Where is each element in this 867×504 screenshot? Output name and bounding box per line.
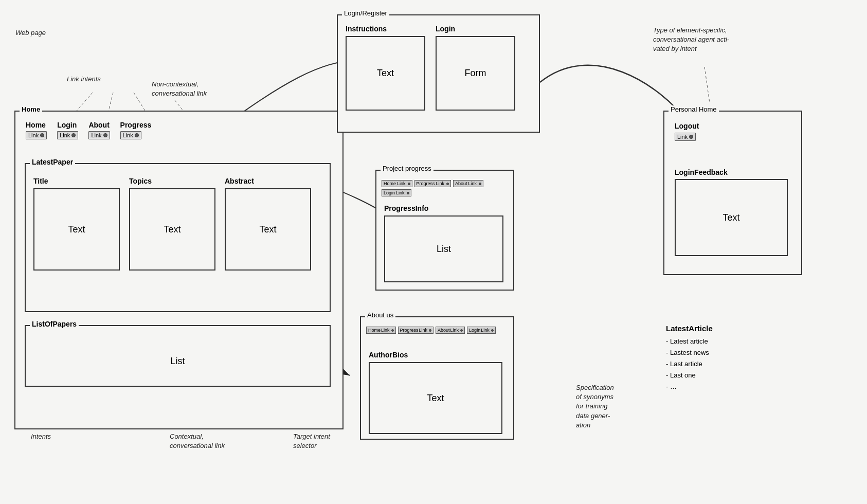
home-nav-home: Home Link <box>26 121 47 139</box>
login-feedback-section: LoginFeedback Text <box>675 168 788 256</box>
abstract-column: Abstract Text <box>225 177 311 271</box>
au-progress-dot <box>429 329 431 332</box>
instructions-text-box: Text <box>346 36 425 111</box>
au-progress-link[interactable]: Progress Link <box>398 327 434 334</box>
about-link-element[interactable]: Link <box>88 131 110 139</box>
au-about-dot <box>460 329 463 332</box>
pp-home-link-label: Home <box>384 181 396 186</box>
au-about-label: About <box>438 328 450 333</box>
title-col-label: Title <box>33 177 48 185</box>
login-feedback-content: Text <box>722 212 739 223</box>
latest-paper-columns: Title Text Topics Text Abstract Tex <box>33 177 311 271</box>
login-section: Login Form <box>436 25 515 111</box>
article-item-5: - … <box>666 381 713 392</box>
abstract-col-label: Abstract <box>225 177 254 185</box>
login-register-content: Instructions Text Login Form <box>346 25 515 111</box>
pp-progress-link[interactable]: Progress Link <box>414 180 451 187</box>
article-item-2: - Lastest news <box>666 347 713 358</box>
topics-text-content: Text <box>164 224 180 235</box>
personal-home-box: Personal Home Logout Link LoginFeedback … <box>663 111 802 275</box>
author-bios-section: AuthorBios Text <box>369 351 502 434</box>
login-form-label: Login <box>436 25 515 33</box>
topics-column: Topics Text <box>129 177 215 271</box>
progress-info-section: ProgressInfo List <box>384 204 503 282</box>
login-link-element[interactable]: Link <box>57 131 78 139</box>
pp-home-link[interactable]: Home Link <box>382 180 412 187</box>
author-bios-box: Text <box>369 362 502 434</box>
logout-link-element[interactable]: Link <box>675 133 696 141</box>
au-home-link[interactable]: Home Link <box>366 327 396 334</box>
title-text-box: Text <box>33 188 120 271</box>
latest-article-list: - Latest article - Lastest news - Last a… <box>666 336 713 392</box>
progress-link-dot <box>135 133 139 137</box>
progress-info-box: List <box>384 215 503 282</box>
annotation-non-contextual: Non-contextual,conversational link <box>152 80 207 98</box>
login-form-box: Form <box>436 36 515 111</box>
abstract-text-content: Text <box>259 224 276 235</box>
au-login-link[interactable]: Login Link <box>467 327 496 334</box>
pp-progress-dot <box>446 183 449 185</box>
home-box-title: Home <box>20 105 42 113</box>
progress-link-text: Link <box>123 132 133 138</box>
logout-section: Logout Link <box>675 122 699 141</box>
instructions-section: Instructions Text <box>346 25 425 111</box>
home-nav-login-label: Login <box>57 121 77 129</box>
home-box: Home Home Link Login Link A <box>14 111 344 429</box>
about-link-dot <box>103 133 107 137</box>
list-of-papers-box: ListOfPapers List <box>25 325 331 387</box>
login-register-box: Login/Register Instructions Text Login F… <box>337 14 540 133</box>
author-bios-label: AuthorBios <box>369 351 408 359</box>
home-link-element[interactable]: Link <box>26 131 47 139</box>
author-bios-content: Text <box>427 393 444 404</box>
about-us-title: About us <box>365 311 395 319</box>
home-link-dot <box>40 133 44 137</box>
annotation-web-page: Web page <box>15 28 46 38</box>
pp-login-link[interactable]: Login Link <box>382 189 411 196</box>
annotation-target-intent: Target intentselector <box>293 432 330 451</box>
latest-article-title: LatestArticle <box>666 324 713 333</box>
topics-text-box: Text <box>129 188 215 271</box>
latest-article-section: LatestArticle - Latest article - Lastest… <box>666 324 713 392</box>
logout-label: Logout <box>675 122 699 130</box>
au-login-label: Login <box>469 328 480 333</box>
pp-about-link-label: About <box>455 181 467 186</box>
diagram-container: Web page Link intents Non-contextual,con… <box>0 0 867 504</box>
title-column: Title Text <box>33 177 120 271</box>
pp-login-dot <box>407 192 409 194</box>
login-register-title: Login/Register <box>342 9 389 17</box>
au-home-dot <box>391 329 394 332</box>
annotation-specification: Specificationof synonymsfor trainingdata… <box>576 383 614 430</box>
pp-home-dot <box>408 183 410 185</box>
au-progress-label: Progress <box>400 328 419 333</box>
au-about-link[interactable]: About Link <box>436 327 465 334</box>
list-of-papers-content: List <box>26 336 330 386</box>
latest-paper-box: LatestPaper Title Text Topics Text <box>25 163 331 312</box>
latest-paper-title: LatestPaper <box>30 158 75 166</box>
instructions-label: Instructions <box>346 25 425 33</box>
progress-link-element[interactable]: Link <box>120 131 141 139</box>
progress-info-content: List <box>437 244 451 255</box>
annotation-contextual: Contextual,conversational link <box>170 432 225 451</box>
article-item-4: - Last one <box>666 370 713 381</box>
pp-about-dot <box>479 183 481 185</box>
abstract-text-box: Text <box>225 188 311 271</box>
instructions-text-content: Text <box>377 68 394 79</box>
home-nav-home-label: Home <box>26 121 46 129</box>
home-link-text: Link <box>28 132 39 138</box>
project-progress-nav: Home Link Progress Link About Link Login… <box>380 178 513 199</box>
login-feedback-box: Text <box>675 179 788 256</box>
article-item-1: - Latest article <box>666 336 713 347</box>
home-nav: Home Link Login Link About Link <box>26 121 151 139</box>
au-home-label: Home <box>368 328 381 333</box>
article-item-3: - Last article <box>666 358 713 370</box>
personal-home-title: Personal Home <box>669 105 719 113</box>
home-nav-login: Login Link <box>57 121 78 139</box>
login-link-text: Link <box>60 132 70 138</box>
title-text-content: Text <box>68 224 85 235</box>
home-nav-about: About Link <box>88 121 110 139</box>
home-nav-progress: Progress Link <box>120 121 152 139</box>
topics-col-label: Topics <box>129 177 152 185</box>
annotation-type-element: Type of element-specific,conversational … <box>653 26 729 54</box>
logout-link-dot <box>689 135 693 139</box>
pp-about-link[interactable]: About Link <box>453 180 483 187</box>
